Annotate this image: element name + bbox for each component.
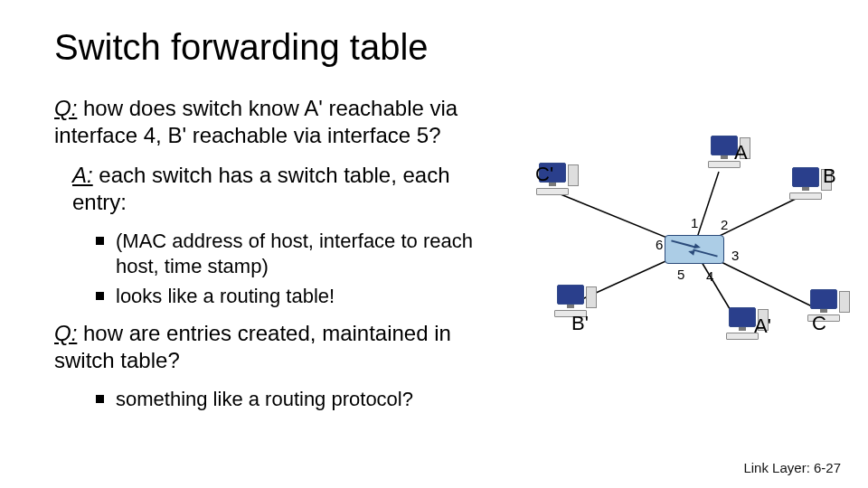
answer-1: A: each switch has a switch table, each … <box>72 162 488 216</box>
q1-label: Q: <box>54 96 77 120</box>
label-b: B <box>823 164 836 188</box>
label-c: C <box>812 312 826 335</box>
label-a-prime: A' <box>754 314 771 338</box>
answer-1-bullets: (MAC address of host, interface to reach… <box>96 229 488 309</box>
host-b <box>787 167 825 205</box>
body-text: Q: how does switch know A' reachable via… <box>54 95 488 422</box>
switch-icon <box>665 235 724 264</box>
port-2: 2 <box>721 217 728 232</box>
port-4: 4 <box>706 268 713 284</box>
bullet-item: looks like a routing table! <box>96 284 488 309</box>
question-2-bullets: something like a routing protocol? <box>96 387 488 412</box>
port-5: 5 <box>677 267 684 282</box>
label-a: A <box>734 141 748 164</box>
question-2: Q: how are entries created, maintained i… <box>54 320 488 374</box>
page-title: Switch forwarding table <box>54 27 814 68</box>
q2-label: Q: <box>54 321 77 345</box>
a1-label: A: <box>72 163 93 187</box>
bullet-item: something like a routing protocol? <box>96 387 488 412</box>
question-1: Q: how does switch know A' reachable via… <box>54 95 488 149</box>
label-c-prime: C' <box>535 163 553 186</box>
q2-text: how are entries created, maintained in s… <box>54 321 451 372</box>
label-b-prime: B' <box>571 312 589 335</box>
network-diagram: A B C A' B' C' 1 2 3 4 5 6 <box>506 136 850 371</box>
slide-footer: Link Layer: 6-27 <box>743 460 841 475</box>
port-1: 1 <box>691 215 698 230</box>
bullet-item: (MAC address of host, interface to reach… <box>96 229 488 278</box>
port-6: 6 <box>656 237 663 252</box>
q1-text: how does switch know A' reachable via in… <box>54 96 458 147</box>
a1-text: each switch has a switch table, each ent… <box>72 163 450 214</box>
port-3: 3 <box>731 248 739 263</box>
